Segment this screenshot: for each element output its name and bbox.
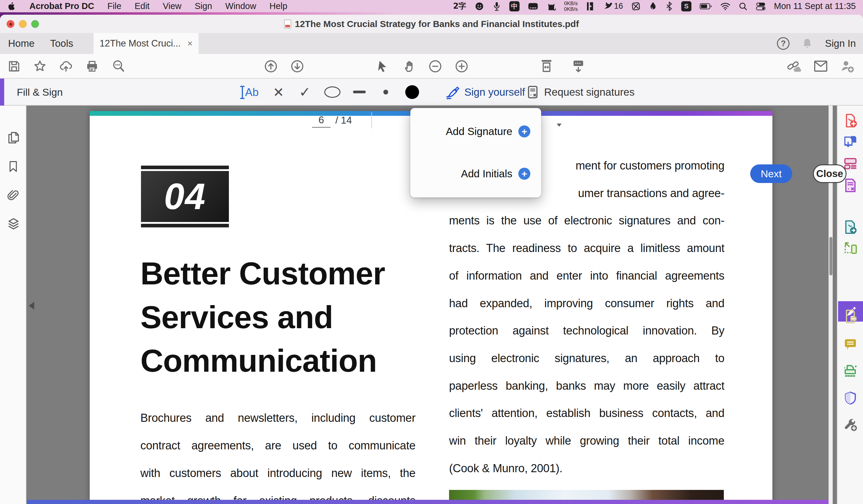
filled-dot-tool[interactable]: [405, 85, 419, 99]
star-favorite-icon[interactable]: [33, 59, 47, 73]
bird-notification[interactable]: 16: [602, 1, 623, 11]
add-signature-label: Add Signature: [446, 125, 512, 137]
select-tool-icon[interactable]: [376, 59, 389, 73]
next-button[interactable]: Next: [750, 164, 792, 183]
dot-tool[interactable]: [383, 90, 388, 94]
tab-document[interactable]: 12The Most Cruci... ×: [93, 33, 199, 54]
keyboard-icon[interactable]: [528, 2, 538, 11]
sign-in-button[interactable]: Sign In: [825, 38, 856, 49]
plus-circle-icon[interactable]: +: [518, 125, 530, 137]
menubar-clock[interactable]: Mon 11 Sept at 11:35: [774, 1, 856, 11]
caret-down-icon[interactable]: [557, 124, 562, 127]
next-page-icon[interactable]: [290, 59, 304, 73]
body-text-line: tracts. The readiness to acquire a limit…: [449, 242, 724, 255]
cloud-upload-icon[interactable]: [59, 59, 73, 73]
page-count-label: / 14: [335, 113, 352, 128]
save-icon[interactable]: [7, 59, 21, 73]
export-pdf-icon[interactable]: [842, 219, 858, 235]
fit-width-icon[interactable]: [539, 59, 554, 74]
bluetooth-icon[interactable]: [665, 1, 673, 11]
bookmarks-icon[interactable]: [6, 160, 20, 173]
menu-help[interactable]: Help: [270, 1, 287, 11]
email-icon[interactable]: [813, 60, 828, 73]
control-center-icon[interactable]: [755, 2, 766, 11]
body-text-line: ments is the use of electronic signature…: [449, 214, 724, 227]
body-text-line: of information and enter into financial …: [449, 269, 724, 282]
chapter-number: 04: [164, 176, 206, 217]
cat-icon[interactable]: [547, 1, 556, 11]
hand-tool-icon[interactable]: [402, 59, 416, 73]
scan-ocr-icon[interactable]: [842, 363, 858, 379]
apple-icon[interactable]: [7, 1, 16, 11]
pdf-file-icon: [284, 20, 291, 28]
menu-file[interactable]: File: [108, 1, 122, 11]
menubar-app-name[interactable]: Acrobat Pro DC: [29, 1, 94, 11]
menu-sign[interactable]: Sign: [195, 1, 212, 11]
battery-icon[interactable]: [700, 3, 712, 10]
notifications-bell-icon[interactable]: [801, 37, 813, 50]
tab-tools[interactable]: Tools: [50, 33, 73, 54]
smiley-icon[interactable]: [475, 1, 484, 11]
input-source-badge[interactable]: 2字: [453, 1, 466, 11]
line-tool[interactable]: [353, 91, 366, 93]
zoom-out-icon[interactable]: [428, 59, 442, 73]
spotlight-icon[interactable]: [738, 2, 748, 11]
fill-sign-accent-bar: [0, 79, 4, 105]
chinese-input-icon[interactable]: 中: [509, 1, 520, 11]
menu-window[interactable]: Window: [225, 1, 256, 11]
app-bars-icon[interactable]: [586, 1, 594, 11]
capture-icon[interactable]: [630, 1, 641, 11]
page-number-input[interactable]: 6: [312, 113, 330, 128]
combine-files-icon[interactable]: [842, 134, 858, 149]
add-signature-item[interactable]: Add Signature +: [446, 123, 530, 140]
menu-view[interactable]: View: [163, 1, 182, 11]
drop-icon[interactable]: [649, 1, 657, 11]
close-fill-sign-button[interactable]: Close: [813, 164, 847, 183]
create-pdf-icon[interactable]: [842, 113, 858, 128]
request-signatures-icon[interactable]: [842, 178, 858, 193]
add-initials-item[interactable]: Add Initials +: [461, 165, 530, 182]
window-titlebar: 12The Most Crucial Strategy for Banks an…: [0, 15, 863, 33]
protect-icon[interactable]: [842, 391, 858, 406]
cross-mark-tool[interactable]: ✕: [273, 85, 284, 100]
bird-count: 16: [614, 1, 623, 11]
collapse-panel-arrow[interactable]: [29, 302, 34, 310]
zoom-in-icon[interactable]: [455, 59, 468, 73]
network-speed[interactable]: 0KB/s 0KB/s: [564, 1, 578, 12]
tab-home[interactable]: Home: [8, 33, 35, 54]
sign-yourself-button[interactable]: Sign yourself: [445, 79, 525, 105]
text-cursor-icon: [242, 86, 243, 99]
add-text-tool[interactable]: Ab: [242, 86, 259, 99]
body-text-line: using electronic signatures, an approach…: [449, 352, 724, 365]
print-icon[interactable]: [85, 59, 99, 73]
tab-close-icon[interactable]: ×: [187, 38, 192, 49]
mic-icon[interactable]: [492, 1, 501, 11]
request-signatures-button[interactable]: Request signatures: [526, 79, 635, 105]
plus-circle-icon[interactable]: +: [518, 168, 530, 180]
attachments-icon[interactable]: [6, 188, 20, 202]
body-text-line: with customers about introducing new ite…: [140, 467, 415, 480]
circle-tool[interactable]: [324, 86, 340, 98]
comment-icon[interactable]: [842, 337, 858, 352]
add-people-icon[interactable]: [840, 59, 855, 73]
wifi-icon[interactable]: [720, 2, 730, 10]
scrollbar-thumb[interactable]: [829, 237, 833, 275]
organize-pages-icon[interactable]: [842, 240, 858, 256]
menu-edit[interactable]: Edit: [135, 1, 150, 11]
chapter-badge-top-bar: [141, 166, 229, 169]
search-icon[interactable]: [112, 59, 125, 73]
page-thumbnails-icon[interactable]: [6, 131, 20, 144]
help-icon[interactable]: ?: [777, 37, 789, 50]
fill-sign-label: Fill & Sign: [17, 79, 63, 105]
body-text-line: paperless banking, banks may more easily…: [449, 379, 724, 393]
body-text-line: clients' attention, establish business c…: [449, 407, 724, 420]
check-mark-tool[interactable]: ✓: [299, 84, 311, 100]
previous-page-icon[interactable]: [264, 59, 278, 73]
scrolling-mode-icon[interactable]: [571, 59, 586, 74]
more-tools-icon[interactable]: [842, 417, 858, 432]
send-for-comments-icon[interactable]: [842, 309, 858, 324]
main-toolbar: 6 / 14 125%: [0, 54, 863, 79]
layers-icon[interactable]: [6, 217, 21, 231]
s-app-icon[interactable]: S: [681, 1, 691, 11]
share-link-icon[interactable]: [787, 59, 801, 73]
